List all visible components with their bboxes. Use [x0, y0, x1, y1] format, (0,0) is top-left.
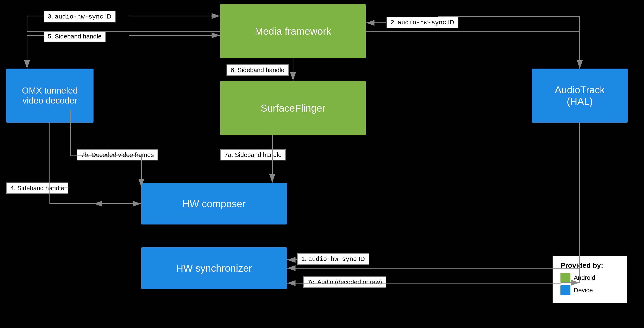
- arrow-at-to-hwsync: [287, 123, 580, 268]
- legend-item-android: Android: [560, 273, 620, 283]
- hw-composer-block: HW composer: [141, 183, 287, 224]
- legend-title: Provided by:: [560, 261, 620, 270]
- label-7c: 7c. Audio (decoded or raw): [304, 276, 386, 288]
- legend-color-device: [560, 285, 570, 295]
- audio-track-block: AudioTrack(HAL): [532, 68, 628, 123]
- label-7a: 7a. Sideband handle: [220, 149, 286, 160]
- omx-decoder-block: OMX tunneledvideo decoder: [6, 68, 94, 123]
- hw-composer-label: HW composer: [182, 198, 246, 210]
- hw-synchronizer-block: HW synchronizer: [141, 247, 287, 289]
- line-2-route: [438, 17, 580, 24]
- legend-color-android: [560, 273, 570, 283]
- omx-decoder-label: OMX tunneledvideo decoder: [22, 86, 78, 106]
- surface-flinger-label: SurfaceFlinger: [260, 102, 326, 114]
- legend-item-device: Device: [560, 285, 620, 295]
- label-7b: 7b. Decoded video frames: [77, 149, 158, 160]
- legend-label-device: Device: [574, 287, 593, 294]
- media-framework-label: Media framework: [255, 26, 331, 37]
- audio-track-label: AudioTrack(HAL): [555, 84, 605, 107]
- media-framework-block: Media framework: [220, 4, 366, 58]
- hw-synchronizer-label: HW synchronizer: [176, 262, 252, 274]
- legend-label-android: Android: [574, 274, 595, 281]
- label-2: 2. audio-hw-sync ID: [386, 17, 458, 28]
- label-6: 6. Sideband handle: [226, 64, 289, 76]
- surface-flinger-block: SurfaceFlinger: [220, 81, 366, 135]
- label-5: 5. Sideband handle: [44, 31, 106, 42]
- label-1: 1. audio-hw-sync ID: [297, 253, 369, 265]
- label-4: 4. Sideband handle: [6, 182, 68, 194]
- label-3: 3. audio-hw-sync ID: [44, 11, 116, 22]
- legend: Provided by: Android Device: [552, 256, 628, 303]
